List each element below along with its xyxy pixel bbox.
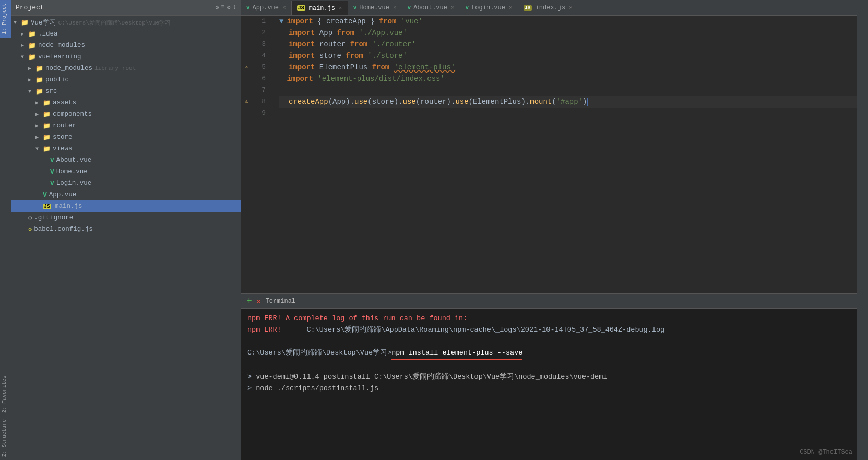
tab-index-js[interactable]: JS index.js × [518, 1, 578, 15]
vue-icon: V [50, 168, 54, 176]
empty [279, 108, 283, 119]
str-vue: 'vue' [401, 16, 423, 27]
terminal-content[interactable]: npm ERR! A complete log of this run can … [241, 309, 857, 460]
tree-item-src[interactable]: ▼ 📁 src [11, 86, 241, 97]
tree-arrow: ▶ [21, 31, 27, 37]
term-cmd-underline: npm install element-plus --save [391, 347, 522, 360]
tab-home-vue[interactable]: V Home.vue × [348, 1, 402, 15]
tree-label: Vue学习 [31, 18, 56, 27]
tree-item-about-vue[interactable]: V About.vue [11, 155, 241, 166]
terminal-add-icon[interactable]: + [246, 296, 252, 306]
tree-label: src [45, 88, 57, 95]
keyword-import: import [289, 62, 315, 73]
js-tab-icon: JS [524, 5, 532, 11]
tree-item-app-vue[interactable]: V App.vue [11, 189, 241, 200]
tree-item-node-modules-root[interactable]: ▶ 📁 node_modules [11, 40, 241, 51]
tree-item-vue-learning[interactable]: ▼ 📁 Vue学习 C:\Users\爱闹的蹄蹄\Desktop\Vue学习 [11, 17, 241, 28]
terminal-blank-1 [247, 336, 850, 347]
tree-item-assets[interactable]: ▶ 📁 assets [11, 97, 241, 109]
tree-label: assets [53, 99, 76, 107]
project-strip: 1: Project 2: Favorites Z: Structure [0, 0, 11, 460]
tree-arrow: ▶ [28, 77, 34, 83]
line-num-5: 5 [252, 62, 270, 73]
tab-close-icon[interactable]: × [509, 5, 513, 11]
tab-close-icon[interactable]: × [282, 5, 286, 11]
vue-icon: V [50, 180, 54, 187]
tree-item-gitignore[interactable]: ⚙ .gitignore [11, 212, 241, 223]
empty [279, 85, 283, 96]
code-line-8: createApp(App).use(store).use(router).us… [279, 96, 857, 108]
favorites-tab-label[interactable]: 2: Favorites [0, 372, 11, 416]
menu-icon[interactable]: ≡ [221, 4, 224, 11]
tab-app-vue[interactable]: V App.vue × [241, 1, 292, 15]
gear-icon[interactable]: ⚙ [227, 4, 231, 11]
tree-item-vuelearning[interactable]: ▼ 📁 vuelearning [11, 51, 241, 63]
dot3: . [451, 96, 455, 108]
tab-main-js[interactable]: JS main.js × [292, 1, 348, 15]
tree-label: vuelearning [38, 53, 81, 61]
code-line-6: ▼import 'element-plus/dist/index.css' [279, 73, 857, 85]
folder-icon: 📁 [21, 19, 29, 27]
tab-close-icon[interactable]: × [451, 5, 455, 11]
file-icon: ⚙ [28, 226, 32, 233]
terminal-line-2: npm ERR! C:\Users\爱闹的蹄蹄\AppData\Roaming\… [247, 324, 850, 336]
tree-item-home-vue[interactable]: V Home.vue [11, 166, 241, 178]
tab-login-vue[interactable]: V Login.vue × [460, 1, 518, 15]
tree-arrow: ▶ [35, 111, 42, 117]
tree-label: .idea [38, 30, 58, 38]
tree-item-login-vue[interactable]: V Login.vue [11, 178, 241, 189]
keyword-from: from [372, 62, 390, 73]
code-editor[interactable]: ⚠ ⚠ 1 2 3 4 5 6 7 8 9 [241, 16, 857, 293]
js-tab-icon: JS [297, 5, 305, 11]
file-icon: ⚙ [28, 214, 32, 222]
code-lines: ▼import { createApp } from 'vue' import … [275, 16, 857, 293]
folder-icon: 📁 [35, 65, 43, 73]
sort-icon[interactable]: ↕ [233, 4, 236, 11]
tab-close-icon[interactable]: × [393, 5, 397, 11]
tree-item-idea[interactable]: ▶ 📁 .idea [11, 28, 241, 40]
vue-tab-icon: V [408, 5, 411, 11]
str-element-plus: 'element-plus' [394, 62, 456, 73]
code-line-1: ▼import { createApp } from 'vue' [279, 16, 857, 27]
tree-item-router[interactable]: ▶ 📁 router [11, 120, 241, 132]
project-tab-label[interactable]: 1: Project [0, 0, 11, 38]
tree-arrow: ▼ [21, 54, 27, 60]
code-container: ⚠ ⚠ 1 2 3 4 5 6 7 8 9 [241, 16, 857, 293]
tab-close-icon[interactable]: × [339, 5, 342, 11]
settings-icon[interactable]: ⚙ [215, 4, 219, 11]
tab-close-icon[interactable]: × [569, 5, 573, 11]
tree-item-views[interactable]: ▼ 📁 views [11, 143, 241, 155]
tree-arrow: ▶ [21, 42, 27, 49]
structure-tab-label[interactable]: Z: Structure [0, 416, 11, 460]
keyword-from: from [346, 50, 363, 62]
vue-icon: V [50, 157, 54, 164]
term-path: C:\Users\爱闹的蹄蹄\AppData\Roaming\npm-cache… [281, 324, 664, 336]
tree-item-store[interactable]: ▶ 📁 store [11, 132, 241, 143]
folder-icon: 📁 [43, 134, 51, 141]
file-tree-panel: Project ⚙ ≡ ⚙ ↕ ▼ 📁 Vue学习 C:\Users\爱闹的蹄蹄… [11, 0, 241, 460]
line-num-9: 9 [252, 108, 270, 119]
tab-about-vue[interactable]: V About.vue × [402, 1, 460, 15]
terminal-line-5: > node ./scripts/postinstall.js [247, 383, 850, 394]
terminal-close-icon[interactable]: ✕ [256, 296, 261, 306]
tree-label: store [53, 134, 73, 141]
keyword-import: import [287, 73, 313, 85]
punct-paren: ( [328, 96, 332, 108]
panel-title: Project [16, 4, 212, 11]
tree-item-babel-config[interactable]: ⚙ babel.config.js [11, 223, 241, 235]
gutter-6 [241, 73, 252, 85]
terminal-title: Terminal [265, 298, 295, 305]
tree-label: Home.vue [56, 168, 88, 175]
space [313, 16, 317, 27]
tree-item-main-js[interactable]: JS main.js [11, 200, 241, 212]
tree-item-node-modules-lib[interactable]: ▶ 📁 node_modules library root [11, 63, 241, 74]
keyword-import: import [289, 39, 315, 50]
tree-item-public[interactable]: ▶ 📁 public [11, 74, 241, 86]
punct-brace: { [317, 16, 326, 27]
terminal-blank-2 [247, 360, 850, 371]
tab-label: App.vue [253, 4, 279, 11]
tree-item-components[interactable]: ▶ 📁 components [11, 109, 241, 120]
space: App [315, 27, 337, 39]
line-num-2: 2 [252, 27, 270, 39]
id-elementplus: ElementPlus [473, 96, 521, 108]
